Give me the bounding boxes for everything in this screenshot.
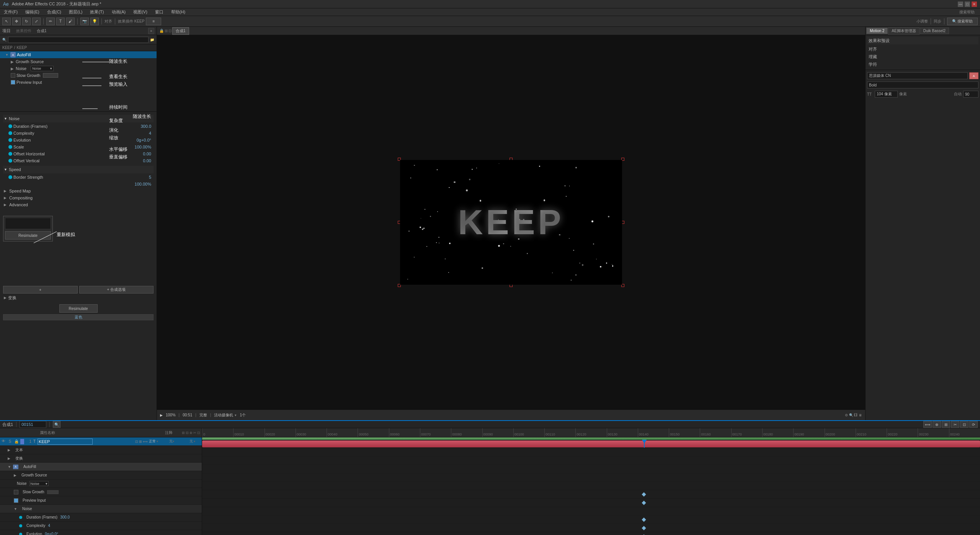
layer-1-mode-label[interactable]: 正常 <box>149 439 156 444</box>
evolution-item[interactable]: Evolution 0g+0.0° <box>3 137 154 144</box>
search-btn[interactable]: 🔍 搜索帮助 <box>947 18 978 25</box>
layer-1-vis[interactable]: 👁 <box>1 439 6 444</box>
duik-tab[interactable]: Duik Bassel2 <box>920 28 949 34</box>
maximize-button[interactable]: □ <box>965 2 970 7</box>
layer-1-name-input[interactable] <box>38 439 93 445</box>
tool-rotate[interactable]: ↻ <box>22 18 31 25</box>
tool-camera[interactable]: 📷 <box>80 18 89 25</box>
tl-slow-growth-row[interactable]: Slow Growth <box>0 488 202 496</box>
preview-input-item[interactable]: Preview Input <box>0 79 157 86</box>
duration-item[interactable]: Duration (Frames) 300.0 <box>3 123 154 130</box>
tl-tool-3[interactable]: ⊞ <box>942 421 950 428</box>
menu-layer[interactable]: 图层(L) <box>67 9 84 15</box>
comp1-tab[interactable]: 合成1 <box>172 27 189 35</box>
project-tab[interactable]: 项目 <box>2 28 11 34</box>
menu-edit[interactable]: 编辑(E) <box>24 9 41 15</box>
font-family-input[interactable]: 思源媒体 CN <box>867 72 968 79</box>
border-strength-item[interactable]: Border Strength 5 <box>3 174 154 181</box>
tl-noise-section-row[interactable]: ▼ Noise <box>0 505 202 513</box>
minimize-button[interactable]: — <box>958 2 963 7</box>
panel-menu-btn[interactable]: ≡ <box>148 28 154 34</box>
project-search-input[interactable] <box>8 37 149 43</box>
add-btn[interactable]: + <box>3 286 78 294</box>
layer-1-lock[interactable]: 🔒 <box>14 439 19 444</box>
tl-noise-dropdown-row[interactable]: Noise Noise ▾ <box>0 480 202 488</box>
slow-growth-checkbox[interactable] <box>11 73 15 78</box>
tl-preview-input-cb[interactable] <box>14 498 18 503</box>
complexity-item[interactable]: Complexity 4 <box>3 130 154 137</box>
menu-composition[interactable]: 合成(C) <box>46 9 63 15</box>
tool-move[interactable]: ✥ <box>12 18 21 25</box>
tl-evolution-row[interactable]: Evolution 0g+0.0° <box>0 530 202 535</box>
offset-v-item[interactable]: Offset Vertical 0.00 <box>3 157 154 164</box>
speed-map-item[interactable]: ▶ Speed Map <box>3 188 154 194</box>
col-toggle-1[interactable]: ⊞ <box>182 431 185 435</box>
tl-complexity-row[interactable]: Complexity 4 <box>0 522 202 530</box>
layer-1-row[interactable]: 👁 S 🔒 1 T ⊡ ⊞ ⟺ 正常 ▾ 无 <box>0 437 202 446</box>
tool-pen[interactable]: ✏ <box>46 18 55 25</box>
tl-transform-row[interactable]: ▶ 变换 <box>0 454 202 463</box>
ae-script-tab[interactable]: AE脚本管理器 <box>888 27 919 35</box>
resimulate-bottom-button[interactable]: Resimulate <box>59 304 98 313</box>
slow-growth-item[interactable]: Slow Growth <box>0 72 157 79</box>
playhead[interactable] <box>644 440 645 448</box>
timecode-display[interactable]: 00151 <box>20 421 46 428</box>
tl-tool-1[interactable]: ⟺ <box>923 421 932 428</box>
transform-row[interactable]: ▶ 变换 <box>3 294 154 301</box>
effects-tab[interactable]: 效果控件 <box>16 28 31 34</box>
growth-source-item[interactable]: ▶ Growth Source <box>0 58 157 65</box>
advanced-item[interactable]: ▶ Advanced <box>3 201 154 208</box>
tool-light[interactable]: 💡 <box>90 18 99 25</box>
tl-autofill-row[interactable]: ▼ A AutoFill <box>0 463 202 471</box>
preview-quality[interactable]: 完整 <box>199 413 207 418</box>
tl-tool-4[interactable]: ✂ <box>951 421 959 428</box>
offset-h-item[interactable]: Offset Horizontal 0.00 <box>3 150 154 157</box>
tool-select[interactable]: ↖ <box>2 18 11 25</box>
border-strength-pct-item[interactable]: 100.00% <box>3 181 154 188</box>
resimulate-button[interactable]: Resimulate <box>5 231 51 240</box>
speed-section-header[interactable]: ▼ Speed <box>3 166 154 173</box>
tl-preview-input-row[interactable]: Preview Input <box>0 496 202 505</box>
menu-view[interactable]: 视图(V) <box>132 9 149 15</box>
menu-animation[interactable]: 动画(A) <box>110 9 127 15</box>
tl-duration-row[interactable]: Duration (Frames) 300.0 <box>0 513 202 522</box>
tool-brush[interactable]: 🖌 <box>66 18 75 25</box>
noise-section-header[interactable]: ▼ Noise <box>3 115 154 122</box>
tl-text-row[interactable]: ▶ 文本 <box>0 446 202 454</box>
tl-tool-5[interactable]: ⊡ <box>960 421 969 428</box>
autofill-layer[interactable]: ▼ A AutoFill <box>0 51 157 58</box>
close-button[interactable]: ✕ <box>972 2 977 7</box>
compositing-item[interactable]: ▶ Compositing <box>3 194 154 201</box>
menu-file[interactable]: 文件(F) <box>2 9 19 15</box>
preview-camera-selector[interactable]: 活动摄像机 ▾ <box>214 413 237 418</box>
add-comp-btn[interactable]: + 合成选项 <box>79 286 154 294</box>
font-style-input[interactable]: Bold <box>867 82 978 88</box>
motion2-tab[interactable]: Motion 2 <box>866 28 888 34</box>
col-toggle-3[interactable]: ⊕ <box>189 431 193 435</box>
preview-zoom[interactable]: 100% <box>166 413 176 417</box>
scale-item[interactable]: Scale 100.00% <box>3 144 154 150</box>
menu-effects[interactable]: 效果(T) <box>88 9 105 15</box>
preview-play-icon[interactable]: ▶ <box>160 413 163 417</box>
comp-tab[interactable]: 合成1 <box>37 28 47 34</box>
leading-input[interactable]: 90 <box>963 91 978 98</box>
tl-growth-source-row[interactable]: ▶ Growth Source <box>0 471 202 480</box>
col-toggle-5[interactable]: ⊡ <box>197 431 200 435</box>
font-color-swatch[interactable]: A <box>969 72 978 79</box>
col-toggle-4[interactable]: ✂ <box>193 431 196 435</box>
tl-tool-6[interactable]: ⟳ <box>969 421 978 428</box>
tl-tool-2[interactable]: ⊕ <box>933 421 941 428</box>
menu-window[interactable]: 窗口 <box>154 9 165 15</box>
layer-1-solo[interactable]: S <box>7 439 13 444</box>
noise-item[interactable]: ▶ Noise Noise ▾ <box>0 65 157 72</box>
preview-input-checkbox[interactable] <box>11 80 15 85</box>
tl-slow-growth-cb[interactable] <box>14 490 18 494</box>
tool-text[interactable]: T <box>56 18 65 25</box>
tl-slow-growth-slider[interactable] <box>47 490 59 494</box>
slow-growth-slider[interactable] <box>43 73 58 78</box>
plugin-btn[interactable]: ≡ <box>146 18 161 25</box>
tool-scale[interactable]: ⤢ <box>32 18 41 25</box>
font-size-input[interactable]: 104 像素 <box>875 91 898 98</box>
layer-1-bar[interactable] <box>202 440 980 447</box>
noise-dropdown-tl[interactable]: Noise ▾ <box>29 481 49 486</box>
